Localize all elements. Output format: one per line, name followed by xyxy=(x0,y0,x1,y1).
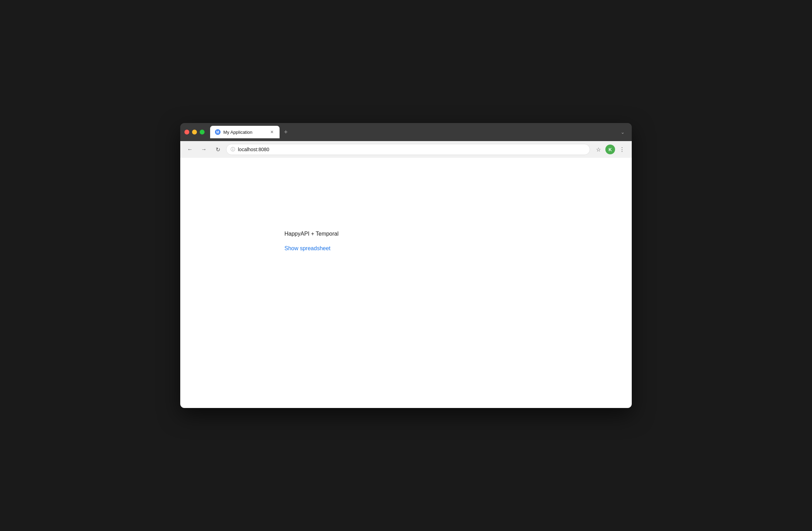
forward-button[interactable]: → xyxy=(198,144,209,155)
page-content: HappyAPI + Temporal Show spreadsheet xyxy=(180,158,632,408)
tab-bar: M My Application ✕ + ⌄ xyxy=(210,126,628,138)
traffic-lights xyxy=(184,130,205,134)
tab-close-button[interactable]: ✕ xyxy=(269,129,275,135)
favicon-letter: M xyxy=(216,130,219,134)
reload-button[interactable]: ↻ xyxy=(212,144,223,155)
address-bar[interactable]: ⓘ localhost:8080 xyxy=(226,144,590,155)
bookmark-button[interactable]: ☆ xyxy=(593,144,604,155)
page-inner: HappyAPI + Temporal Show spreadsheet xyxy=(194,172,618,252)
tabs-dropdown-button[interactable]: ⌄ xyxy=(618,127,628,137)
maximize-button[interactable] xyxy=(200,130,205,134)
close-button[interactable] xyxy=(184,130,189,134)
page-heading: HappyAPI + Temporal xyxy=(284,231,618,237)
show-spreadsheet-link[interactable]: Show spreadsheet xyxy=(284,245,331,251)
browser-window: M My Application ✕ + ⌄ ← → ↻ ⓘ localhost… xyxy=(180,123,632,408)
title-bar: M My Application ✕ + ⌄ xyxy=(180,123,632,141)
profile-avatar[interactable]: K xyxy=(605,145,615,154)
tab-favicon: M xyxy=(215,129,221,135)
back-button[interactable]: ← xyxy=(184,144,196,155)
active-tab[interactable]: M My Application ✕ xyxy=(210,126,280,138)
address-text: localhost:8080 xyxy=(238,147,586,152)
minimize-button[interactable] xyxy=(192,130,197,134)
address-info-icon: ⓘ xyxy=(231,146,235,153)
new-tab-button[interactable]: + xyxy=(281,127,291,137)
tab-title: My Application xyxy=(223,130,266,135)
menu-button[interactable]: ⋮ xyxy=(616,144,628,155)
nav-actions: ☆ K ⋮ xyxy=(593,144,628,155)
nav-bar: ← → ↻ ⓘ localhost:8080 ☆ K ⋮ xyxy=(180,141,632,158)
